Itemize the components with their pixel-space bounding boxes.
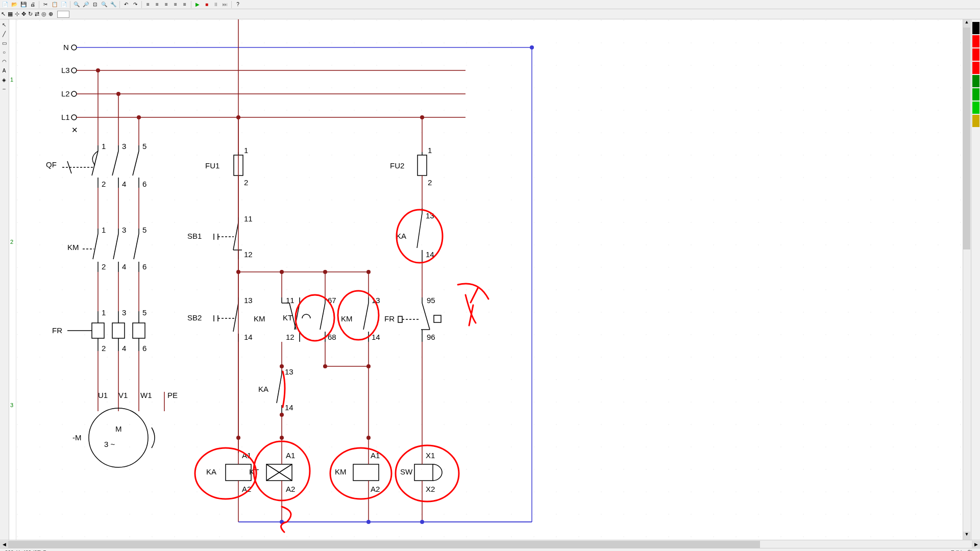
- move-icon[interactable]: ✥: [21, 11, 26, 17]
- rect-tool-icon[interactable]: ▭: [0, 39, 8, 47]
- canvas[interactable]: N L3 L2 L1 ✕ QF 1 3 5 2 4 6 KM 1 3 5 2 4…: [16, 19, 971, 540]
- rotate-icon[interactable]: ↻: [28, 11, 33, 17]
- svg-point-217: [420, 520, 424, 524]
- scroll-right-icon[interactable]: ▶: [972, 541, 980, 548]
- undo-icon[interactable]: ↶: [122, 1, 130, 9]
- color-swatch[interactable]: [972, 62, 979, 74]
- ruler-mark: 3: [10, 402, 13, 408]
- open-icon[interactable]: 📂: [10, 1, 18, 9]
- label-L3: L3: [61, 66, 70, 74]
- step-icon[interactable]: ⏭: [221, 1, 229, 9]
- copy-icon[interactable]: 📋: [51, 1, 59, 9]
- last-icon[interactable]: ⊕: [48, 11, 53, 17]
- arc-tool-icon[interactable]: ◠: [0, 57, 8, 65]
- color-swatch[interactable]: [972, 75, 979, 87]
- scroll-thumb[interactable]: [8, 541, 760, 548]
- new-icon[interactable]: 📄: [1, 1, 9, 9]
- symbol-tool-icon[interactable]: ◈: [0, 76, 8, 84]
- svg-text:A2: A2: [371, 485, 380, 493]
- svg-text:3: 3: [122, 308, 126, 317]
- scrollbar-vertical[interactable]: ▲ ▼: [963, 19, 971, 540]
- paste-icon[interactable]: 📄: [60, 1, 68, 9]
- help-icon[interactable]: ?: [234, 1, 242, 9]
- run-icon[interactable]: ▶: [193, 1, 202, 9]
- color-swatch[interactable]: [972, 48, 979, 61]
- label-SB2: SB2: [187, 313, 202, 322]
- scroll-left-icon[interactable]: ◀: [0, 541, 8, 548]
- select-tool-icon[interactable]: ↖: [0, 20, 8, 29]
- toolbar-secondary: ↖ ▦ ⊹ ✥ ↻ ⇄ ◎ ⊕: [0, 9, 980, 19]
- svg-text:4: 4: [122, 344, 126, 353]
- color-swatch[interactable]: [972, 102, 979, 114]
- separator: [70, 1, 70, 8]
- snap-icon[interactable]: ⊹: [15, 11, 19, 17]
- svg-text:11: 11: [286, 296, 295, 305]
- separator: [141, 1, 142, 8]
- scrollbar-horizontal[interactable]: ◀ ▶: [0, 540, 980, 548]
- line-tool-icon[interactable]: ╱: [0, 30, 8, 38]
- label-L1: L1: [61, 113, 70, 121]
- ruler-mark: 1: [10, 77, 13, 83]
- redo-icon[interactable]: ↷: [131, 1, 139, 9]
- svg-text:95: 95: [427, 296, 435, 305]
- label-FU2: FU2: [390, 161, 404, 170]
- svg-text:14: 14: [372, 333, 380, 341]
- align5-icon[interactable]: ≡: [181, 1, 189, 9]
- save-icon[interactable]: 💾: [19, 1, 28, 9]
- svg-text:1: 1: [244, 146, 248, 155]
- svg-text:11: 11: [244, 214, 253, 223]
- center-icon[interactable]: ◎: [41, 11, 46, 17]
- tool-icon[interactable]: 🔧: [109, 1, 117, 9]
- print-icon[interactable]: 🖨: [29, 1, 37, 9]
- svg-text:5: 5: [142, 142, 146, 151]
- color-swatch[interactable]: [972, 115, 979, 127]
- text-tool-icon[interactable]: A: [0, 66, 8, 74]
- svg-text:12: 12: [286, 333, 295, 341]
- scroll-thumb[interactable]: [963, 28, 970, 249]
- color-swatch[interactable]: [972, 22, 979, 34]
- grid-icon[interactable]: ▦: [8, 11, 13, 17]
- svg-text:6: 6: [142, 344, 146, 353]
- cursor-icon[interactable]: ↖: [1, 11, 6, 17]
- svg-text:5: 5: [142, 308, 146, 317]
- svg-text:1: 1: [102, 308, 106, 317]
- svg-text:X1: X1: [426, 451, 435, 460]
- label-FR2: FR: [384, 314, 395, 323]
- label-SW: SW: [400, 467, 413, 476]
- cut-icon[interactable]: ✂: [41, 1, 50, 9]
- svg-text:67: 67: [328, 296, 336, 305]
- stop-icon[interactable]: ■: [203, 1, 211, 9]
- zoom-in-icon[interactable]: 🔍: [72, 1, 81, 9]
- align2-icon[interactable]: ≡: [153, 1, 161, 9]
- align4-icon[interactable]: ≡: [172, 1, 180, 9]
- zoom-region-icon[interactable]: 🔍: [100, 1, 108, 9]
- label-minusM: -M: [72, 433, 82, 442]
- svg-text:12: 12: [244, 250, 253, 259]
- label-KM: KM: [67, 243, 79, 252]
- scroll-up-icon[interactable]: ▲: [963, 19, 970, 28]
- svg-point-6: [530, 45, 534, 49]
- color-swatch[interactable]: [972, 35, 979, 47]
- zoom-fit-icon[interactable]: ⊡: [91, 1, 99, 9]
- label-KT: KT: [283, 313, 292, 322]
- svg-text:1: 1: [102, 142, 106, 151]
- color-display[interactable]: [57, 11, 69, 18]
- pause-icon[interactable]: ⏸: [212, 1, 220, 9]
- svg-text:KM: KM: [254, 314, 265, 323]
- align-icon[interactable]: ≡: [144, 1, 152, 9]
- color-swatch[interactable]: [972, 88, 979, 101]
- label-KA: KA: [258, 385, 268, 393]
- label-Mline2: 3 ~: [104, 440, 115, 448]
- mirror-icon[interactable]: ⇄: [35, 11, 39, 17]
- ruler-mark: 2: [10, 239, 13, 245]
- svg-text:1: 1: [428, 146, 432, 155]
- circle-tool-icon[interactable]: ○: [0, 48, 8, 56]
- scroll-down-icon[interactable]: ▼: [963, 532, 970, 540]
- align3-icon[interactable]: ≡: [162, 1, 170, 9]
- zoom-out-icon[interactable]: 🔎: [82, 1, 90, 9]
- wire-tool-icon[interactable]: ⎓: [0, 85, 8, 93]
- svg-text:3: 3: [122, 226, 126, 234]
- label-M: M: [115, 424, 122, 433]
- svg-text:2: 2: [244, 178, 248, 187]
- svg-text:✕: ✕: [71, 126, 78, 134]
